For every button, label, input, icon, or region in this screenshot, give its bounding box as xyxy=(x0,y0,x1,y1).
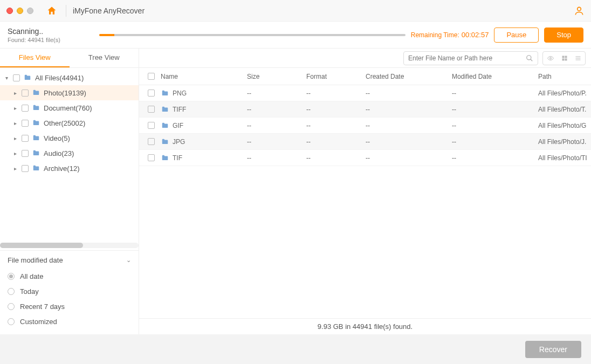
cell-name: PNG xyxy=(173,90,187,97)
chevron-right-icon[interactable]: ▸ xyxy=(12,135,18,141)
table-row[interactable]: PNG -- -- -- -- All Files/Photo/P. xyxy=(139,85,591,101)
col-header-format[interactable]: Format xyxy=(306,73,366,80)
tree-item-label: Document(760) xyxy=(44,104,92,112)
recover-button[interactable]: Recover xyxy=(525,341,581,358)
list-view-icon[interactable] xyxy=(574,55,582,61)
preview-icon[interactable] xyxy=(546,55,555,61)
filter-title-row[interactable]: File modified date ⌄ xyxy=(8,256,131,264)
col-header-size[interactable]: Size xyxy=(247,73,306,80)
grid-view-icon[interactable] xyxy=(561,55,568,61)
titlebar: iMyFone AnyRecover xyxy=(0,0,591,22)
file-tree: ▾ All Files(44941) ▸ Photo(19139) ▸ Docu… xyxy=(0,68,139,241)
cell-path: All Files/Photo/P. xyxy=(538,90,591,97)
window-controls xyxy=(6,8,33,14)
col-header-path[interactable]: Path xyxy=(538,73,591,80)
select-all-checkbox[interactable] xyxy=(148,73,155,80)
tree-item-photo[interactable]: ▸ Photo(19139) xyxy=(0,85,139,100)
tab-tree-view[interactable]: Tree View xyxy=(70,49,139,67)
checkbox[interactable] xyxy=(22,105,29,112)
folder-icon xyxy=(161,154,169,162)
app-title: iMyFone AnyRecover xyxy=(73,6,145,15)
cell-created: -- xyxy=(366,138,452,146)
tree-item-all-files[interactable]: ▾ All Files(44941) xyxy=(0,70,139,85)
cell-modified: -- xyxy=(452,154,538,162)
col-header-modified[interactable]: Modified Date xyxy=(452,73,538,80)
content-toolbar xyxy=(139,49,591,68)
minimize-window-button[interactable] xyxy=(17,8,23,14)
user-icon[interactable] xyxy=(574,5,585,16)
checkbox[interactable] xyxy=(22,150,29,157)
sidebar-scrollbar[interactable] xyxy=(0,243,139,248)
chevron-right-icon[interactable]: ▸ xyxy=(12,150,18,156)
table-row[interactable]: TIFF -- -- -- -- All Files/Photo/T. xyxy=(139,101,591,118)
tree-item-label: All Files(44941) xyxy=(35,74,84,82)
tab-files-view[interactable]: Files View xyxy=(0,49,70,67)
progress-area: Remaining Time: 00:02:57 xyxy=(99,31,489,39)
cell-modified: -- xyxy=(452,90,538,97)
home-icon[interactable] xyxy=(46,5,57,16)
cell-modified: -- xyxy=(452,122,538,129)
remaining-time-label: Remaining Time: xyxy=(411,31,459,39)
filter-panel: File modified date ⌄ All date Today Rece… xyxy=(0,250,139,334)
tree-item-archive[interactable]: ▸ Archive(12) xyxy=(0,161,139,176)
row-checkbox[interactable] xyxy=(148,90,155,97)
table-row[interactable]: GIF -- -- -- -- All Files/Photo/G xyxy=(139,118,591,134)
tree-item-audio[interactable]: ▸ Audio(23) xyxy=(0,146,139,161)
cell-size: -- xyxy=(247,154,306,162)
search-box[interactable] xyxy=(403,51,538,65)
chevron-right-icon[interactable]: ▸ xyxy=(12,90,18,96)
cell-path: All Files/Photo/G xyxy=(538,122,591,129)
filter-option-today[interactable]: Today xyxy=(8,284,131,299)
chevron-right-icon[interactable]: ▸ xyxy=(12,120,18,126)
filter-option-label: Today xyxy=(20,287,39,296)
col-header-created[interactable]: Created Date xyxy=(366,73,452,80)
cell-size: -- xyxy=(247,90,306,97)
row-checkbox[interactable] xyxy=(148,154,155,161)
radio-icon xyxy=(8,318,15,325)
tree-item-video[interactable]: ▸ Video(5) xyxy=(0,131,139,146)
checkbox[interactable] xyxy=(22,135,29,142)
filter-option-recent-7-days[interactable]: Recent 7 days xyxy=(8,299,131,314)
svg-rect-4 xyxy=(562,56,565,58)
filter-option-all-date[interactable]: All date xyxy=(8,269,131,284)
row-checkbox[interactable] xyxy=(148,106,155,113)
filter-option-label: Customized xyxy=(20,318,57,326)
checkbox[interactable] xyxy=(22,90,29,97)
cell-created: -- xyxy=(366,122,452,129)
close-window-button[interactable] xyxy=(6,8,13,14)
tree-item-other[interactable]: ▸ Other(25002) xyxy=(0,115,139,131)
search-input[interactable] xyxy=(408,54,526,62)
checkbox[interactable] xyxy=(22,165,29,172)
chevron-down-icon[interactable]: ▾ xyxy=(3,74,10,81)
table-body: PNG -- -- -- -- All Files/Photo/P. TIFF … xyxy=(139,85,591,318)
chevron-right-icon[interactable]: ▸ xyxy=(12,105,18,111)
scanning-label: Scanning.. xyxy=(8,27,99,36)
cell-path: All Files/Photo/T. xyxy=(538,106,591,113)
search-icon[interactable] xyxy=(526,54,533,62)
table-row[interactable]: JPG -- -- -- -- All Files/Photo/J. xyxy=(139,134,591,150)
cell-name: GIF xyxy=(173,122,183,129)
progress-fill xyxy=(99,34,114,36)
stop-button[interactable]: Stop xyxy=(544,28,583,43)
checkbox[interactable] xyxy=(13,74,20,81)
col-header-name[interactable]: Name xyxy=(161,73,247,80)
checkbox[interactable] xyxy=(22,120,29,127)
filter-option-customized[interactable]: Customized xyxy=(8,314,131,329)
pause-button[interactable]: Pause xyxy=(494,28,539,43)
folder-icon xyxy=(32,149,40,157)
row-checkbox[interactable] xyxy=(148,138,155,145)
maximize-window-button[interactable] xyxy=(27,8,33,14)
svg-rect-7 xyxy=(565,58,567,60)
tree-item-document[interactable]: ▸ Document(760) xyxy=(0,100,139,115)
row-checkbox[interactable] xyxy=(148,122,155,129)
cell-path: All Files/Photo/TI xyxy=(538,154,591,162)
divider xyxy=(66,5,66,17)
table-row[interactable]: TIF -- -- -- -- All Files/Photo/TI xyxy=(139,150,591,166)
chevron-right-icon[interactable]: ▸ xyxy=(12,165,18,171)
cell-created: -- xyxy=(366,90,452,97)
folder-icon xyxy=(161,138,169,146)
svg-rect-5 xyxy=(565,56,567,58)
radio-icon xyxy=(8,288,15,295)
view-mode-switch[interactable] xyxy=(542,51,586,65)
tree-item-label: Audio(23) xyxy=(44,149,74,157)
